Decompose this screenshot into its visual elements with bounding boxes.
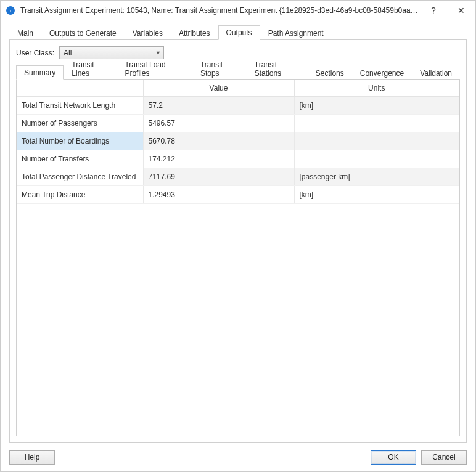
table-row[interactable]: Number of Passengers5496.57 xyxy=(17,115,459,132)
row-units: [km] xyxy=(294,97,459,115)
col-header-name[interactable] xyxy=(17,80,143,97)
tab-attributes[interactable]: Attributes xyxy=(171,26,218,40)
subtab-transit-stops[interactable]: Transit Stops xyxy=(192,57,247,80)
top-tabs: MainOutputs to GenerateVariablesAttribut… xyxy=(9,25,467,40)
sub-tabs: SummaryTransit LinesTransit Load Profile… xyxy=(16,65,460,80)
tab-variables[interactable]: Variables xyxy=(125,26,171,40)
tab-outputs[interactable]: Outputs xyxy=(218,25,260,40)
subtab-transit-stations[interactable]: Transit Stations xyxy=(247,57,308,80)
subtab-transit-load-profiles[interactable]: Transit Load Profiles xyxy=(117,57,192,80)
table-header-row: Value Units xyxy=(17,80,459,97)
chevron-down-icon: ▼ xyxy=(155,50,161,56)
help-titlebar-button[interactable]: ? xyxy=(420,1,447,20)
subtab-sections[interactable]: Sections xyxy=(308,66,352,80)
table-row[interactable]: Number of Transfers174.212 xyxy=(17,150,459,168)
subtab-transit-lines[interactable]: Transit Lines xyxy=(64,57,117,80)
summary-grid: Value Units Total Transit Network Length… xyxy=(16,80,460,436)
row-name: Number of Passengers xyxy=(17,115,143,132)
row-name: Mean Trip Distance xyxy=(17,186,143,204)
user-class-value: All xyxy=(64,49,72,57)
svg-text:.n: .n xyxy=(9,7,13,14)
subtab-convergence[interactable]: Convergence xyxy=(352,66,412,80)
help-button[interactable]: Help xyxy=(9,450,55,465)
row-units: [passenger km] xyxy=(294,168,459,186)
content-area: MainOutputs to GenerateVariablesAttribut… xyxy=(1,20,475,449)
app-icon: .n xyxy=(6,6,15,15)
table-row[interactable]: Mean Trip Distance1.29493[km] xyxy=(17,186,459,204)
dialog-window: .n Transit Assignment Experiment: 10543,… xyxy=(0,0,476,472)
row-units: [km] xyxy=(294,186,459,204)
col-header-units[interactable]: Units xyxy=(294,80,459,97)
row-name: Total Passenger Distance Traveled xyxy=(17,168,143,186)
row-name: Total Transit Network Length xyxy=(17,97,143,115)
tab-path-assignment[interactable]: Path Assignment xyxy=(260,26,332,40)
row-value: 57.2 xyxy=(143,97,294,115)
tab-outputs-to-generate[interactable]: Outputs to Generate xyxy=(41,26,125,40)
row-name: Total Number of Boardings xyxy=(17,132,143,150)
table-row[interactable]: Total Transit Network Length57.2[km] xyxy=(17,97,459,115)
tab-main[interactable]: Main xyxy=(9,26,41,40)
outputs-panel: User Class: All ▼ SummaryTransit LinesTr… xyxy=(9,40,467,443)
titlebar: .n Transit Assignment Experiment: 10543,… xyxy=(1,1,475,20)
ok-button[interactable]: OK xyxy=(371,450,416,465)
subtab-validation[interactable]: Validation xyxy=(412,66,460,80)
subtab-summary[interactable]: Summary xyxy=(16,65,64,80)
row-units xyxy=(294,115,459,132)
row-name: Number of Transfers xyxy=(17,150,143,168)
row-units xyxy=(294,150,459,168)
col-header-value[interactable]: Value xyxy=(143,80,294,97)
table-row[interactable]: Total Passenger Distance Traveled7117.69… xyxy=(17,168,459,186)
row-value: 174.212 xyxy=(143,150,294,168)
row-value: 5670.78 xyxy=(143,132,294,150)
cancel-button[interactable]: Cancel xyxy=(421,450,467,465)
close-button[interactable]: ✕ xyxy=(447,1,475,20)
row-value: 1.29493 xyxy=(143,186,294,204)
window-title: Transit Assignment Experiment: 10543, Na… xyxy=(20,6,420,15)
row-value: 5496.57 xyxy=(143,115,294,132)
summary-table: Value Units Total Transit Network Length… xyxy=(17,80,459,204)
dialog-footer: Help OK Cancel xyxy=(1,449,475,471)
row-units xyxy=(294,132,459,150)
table-row[interactable]: Total Number of Boardings5670.78 xyxy=(17,132,459,150)
user-class-label: User Class: xyxy=(16,49,54,57)
row-value: 7117.69 xyxy=(143,168,294,186)
